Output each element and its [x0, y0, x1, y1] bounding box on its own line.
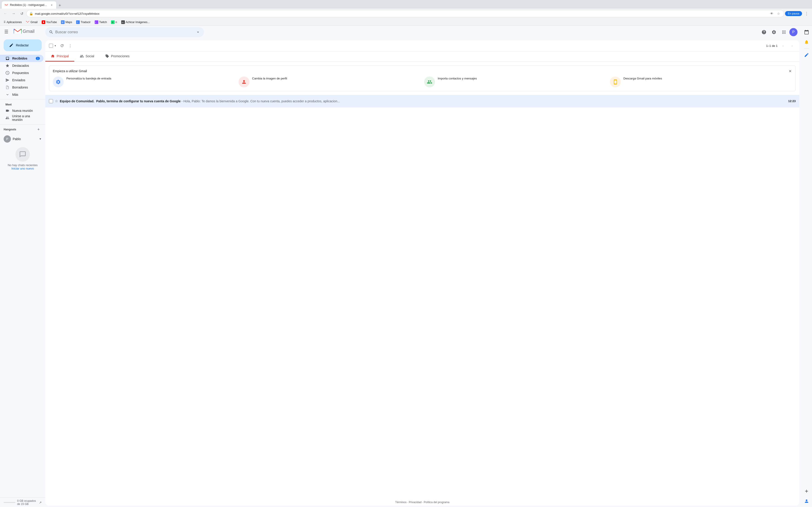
sidebar-item-pospuestos[interactable]: Pospuestos	[0, 69, 44, 76]
gs-text-importa: Importa contactos y mensajes	[438, 76, 477, 80]
twitch-bookmark-icon: t	[95, 20, 98, 24]
pause-button[interactable]: En pausa	[785, 11, 802, 16]
achicar-bookmark-icon: AI	[121, 20, 125, 24]
sidebar-item-recibidos[interactable]: Recibidos 1	[0, 55, 44, 62]
search-input[interactable]	[55, 30, 194, 34]
bookmark-star-button[interactable]: ☆	[776, 11, 781, 16]
program-policy-link[interactable]: Política del programa	[424, 501, 449, 504]
storage-text: 0 GB ocupados de 15 GB	[17, 499, 37, 506]
apps-button[interactable]	[779, 27, 789, 37]
mas-label: Más	[12, 93, 18, 97]
storage-external-link-icon[interactable]: ↗	[39, 501, 42, 504]
close-getting-started-button[interactable]: ✕	[787, 68, 793, 74]
back-button[interactable]: ←	[2, 10, 9, 17]
bookmark-twitch[interactable]: t Twitch	[93, 19, 109, 25]
sidebar-item-enviados[interactable]: Enviados	[0, 76, 44, 84]
email-star-button[interactable]: ☆	[55, 99, 58, 103]
svg-text:AI: AI	[122, 21, 124, 23]
tab-social[interactable]: Social	[74, 51, 100, 62]
address-bar[interactable]: 🔒 mail.google.com/mail/u/0/?zx=wf12l7csy…	[26, 10, 784, 17]
tab-close-button[interactable]: ✕	[50, 3, 53, 7]
main-header: P	[45, 26, 801, 39]
new-tab-button[interactable]: +	[57, 2, 63, 9]
search-icon	[49, 30, 53, 35]
bookmark-youtube[interactable]: YouTube	[40, 19, 59, 25]
compose-label: Redactar	[16, 44, 29, 47]
sidebar-nav: Recibidos 1 Destacados Pospuestos Enviad…	[0, 55, 45, 497]
active-tab[interactable]: Recibidos (1) - rodriguezgade... ✕	[2, 1, 56, 9]
reload-button[interactable]: ↺	[18, 10, 26, 17]
gmail-logo-icon	[14, 28, 22, 35]
browser-menu-button[interactable]: ⋮	[803, 10, 810, 17]
svg-text:n: n	[112, 21, 113, 23]
search-bar	[45, 27, 204, 37]
pablo-dropdown-icon: ▼	[39, 137, 42, 140]
prev-page-button[interactable]: ‹	[779, 42, 786, 49]
email-checkbox[interactable]	[49, 99, 53, 103]
bookmark-n[interactable]: n n	[109, 19, 119, 25]
edit-icon-button[interactable]	[802, 51, 811, 60]
select-all-checkbox[interactable]	[49, 44, 53, 48]
no-chats-text: No hay chats recientes	[8, 163, 38, 167]
bookmark-maps[interactable]: M Maps	[59, 19, 74, 25]
reader-mode-button[interactable]: 👁	[769, 11, 774, 16]
add-hangout-button[interactable]: +	[35, 126, 42, 133]
search-dropdown-icon[interactable]	[196, 30, 200, 35]
start-chat-link[interactable]: Iniciar uno nuevo	[11, 167, 34, 170]
main-panel: ▾ ⋮ 1–1 de 1 ‹ › Principal	[45, 40, 799, 506]
principal-tab-label: Principal	[57, 54, 69, 58]
hamburger-menu-button[interactable]: ☰	[2, 27, 11, 36]
settings-button[interactable]	[769, 27, 778, 37]
mobile-icon	[613, 79, 618, 84]
sidebar-item-nueva-reunion[interactable]: Nueva reunión	[0, 107, 44, 114]
recibidos-badge: 1	[36, 57, 40, 60]
bookmark-aplicaciones[interactable]: ⠿ Aplicaciones	[2, 20, 23, 25]
nueva-reunion-label: Nueva reunión	[12, 109, 33, 112]
no-chats-area: No hay chats recientes Iniciar uno nuevo	[4, 144, 42, 174]
secure-icon: 🔒	[29, 12, 33, 15]
privacy-link[interactable]: Privacidad	[409, 501, 421, 504]
chat-bubble-icon	[19, 151, 26, 158]
compose-button[interactable]: Redactar	[4, 39, 42, 51]
table-row[interactable]: ☆ Equipo de Comunidad. Pablo, termina de…	[45, 95, 799, 108]
tab-principal[interactable]: Principal	[45, 51, 74, 62]
getting-started-banner: Empieza a utilizar Gmail ✕ Personaliza t…	[49, 65, 796, 91]
bookmark-achicar[interactable]: AI Achicar Imágenes...	[119, 19, 152, 25]
pospuestos-label: Pospuestos	[12, 71, 29, 75]
maps-bookmark-icon: M	[61, 20, 64, 24]
draft-icon	[5, 85, 9, 90]
getting-started-items: Personaliza tu bandeja de entrada Cambia…	[53, 76, 792, 88]
calendar-icon-button[interactable]	[802, 27, 811, 37]
empty-space	[45, 108, 799, 499]
sidebar-item-mas[interactable]: Más	[0, 91, 44, 98]
gmail-wordmark: Gmail	[23, 29, 35, 34]
bookmark-traducir[interactable]: T Traducir	[74, 19, 92, 25]
notifications-icon-button[interactable]	[802, 38, 811, 47]
email-toolbar: ▾ ⋮ 1–1 de 1 ‹ ›	[45, 40, 799, 51]
tab-promociones[interactable]: Promociones	[100, 51, 135, 62]
storage-bar	[4, 502, 15, 503]
sidebar-item-unirse[interactable]: Unirse a una reunión	[0, 114, 44, 121]
sidebar-item-borradores[interactable]: Borradores	[0, 84, 44, 91]
people-icon-button[interactable]	[802, 497, 811, 506]
n-bookmark-icon: n	[111, 20, 115, 24]
sidebar-item-destacados[interactable]: Destacados	[0, 62, 44, 69]
next-page-button[interactable]: ›	[789, 42, 796, 49]
refresh-button[interactable]	[58, 42, 66, 49]
hangout-user-pablo[interactable]: P Pablo ▼	[4, 134, 42, 144]
help-button[interactable]	[759, 27, 768, 37]
add-right-sidebar-button[interactable]	[802, 487, 811, 496]
url-text: mail.google.com/mail/u/0/?zx=wf12l7csyaf…	[35, 12, 767, 15]
hangouts-section: Hangouts + P Pablo ▼ No hay chats recien…	[0, 124, 45, 176]
select-dropdown-button[interactable]: ▾	[53, 42, 58, 49]
youtube-bookmark-icon	[42, 20, 45, 24]
gs-item-personaliza: Personaliza tu bandeja de entrada	[53, 76, 235, 88]
recibidos-label: Recibidos	[12, 57, 28, 60]
more-options-button[interactable]: ⋮	[67, 42, 74, 49]
terms-link[interactable]: Términos	[395, 501, 406, 504]
pagination: 1–1 de 1 ‹ ›	[766, 42, 796, 49]
forward-button[interactable]: →	[10, 10, 17, 17]
bookmark-gmail[interactable]: Gmail	[24, 19, 39, 25]
gear-icon	[55, 79, 61, 84]
user-avatar-button[interactable]: P	[789, 28, 798, 36]
